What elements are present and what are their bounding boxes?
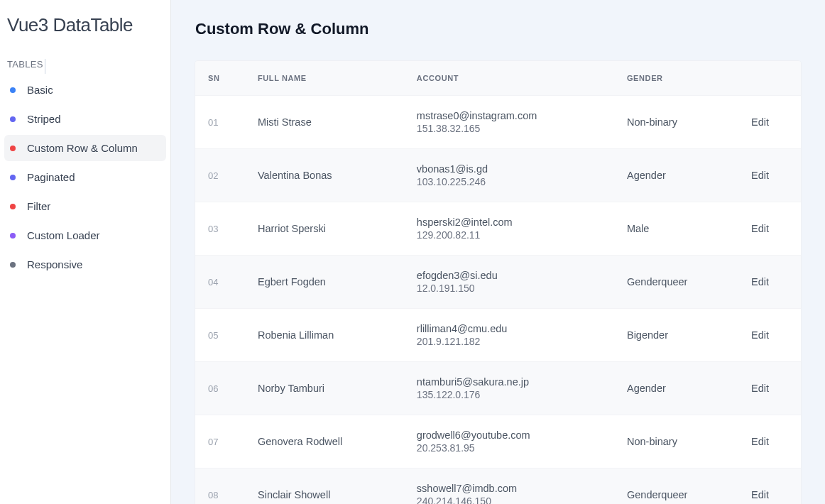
cell-account: hsperski2@intel.com129.200.82.11 bbox=[404, 202, 614, 256]
cell-gender: Agender bbox=[614, 149, 738, 202]
account-email: vbonas1@is.gd bbox=[417, 163, 601, 175]
account-email: ntamburi5@sakura.ne.jp bbox=[417, 376, 601, 388]
sidebar-item-label: Custom Row & Column bbox=[27, 142, 138, 154]
cell-sn: 04 bbox=[195, 256, 245, 309]
data-table: SNFULL NAMEACCOUNTGENDER 01Misti Strasem… bbox=[195, 61, 801, 504]
cell-account: efogden3@si.edu12.0.191.150 bbox=[404, 256, 614, 309]
sidebar-item-label: Paginated bbox=[27, 171, 75, 183]
sidebar-item-responsive[interactable]: Responsive bbox=[4, 251, 166, 278]
sidebar-item-label: Striped bbox=[27, 113, 61, 125]
table-header-row: SNFULL NAMEACCOUNTGENDER bbox=[195, 61, 801, 96]
cell-actions: Edit bbox=[738, 202, 801, 256]
cell-account: vbonas1@is.gd103.10.225.246 bbox=[404, 149, 614, 202]
sidebar-item-label: Basic bbox=[27, 84, 53, 96]
cell-sn: 05 bbox=[195, 309, 245, 362]
bullet-icon bbox=[10, 87, 16, 93]
table-row: 07Genovera Rodwellgrodwell6@youtube.com2… bbox=[195, 415, 801, 469]
table-row: 06Norby Tamburintamburi5@sakura.ne.jp135… bbox=[195, 362, 801, 415]
cell-full-name: Valentina Bonas bbox=[245, 149, 404, 202]
sidebar-item-custom-row-column[interactable]: Custom Row & Column bbox=[4, 135, 166, 161]
edit-button[interactable]: Edit bbox=[751, 329, 769, 341]
account-email: mstrase0@instagram.com bbox=[417, 110, 601, 121]
account-email: sshowell7@imdb.com bbox=[417, 483, 601, 494]
column-header: GENDER bbox=[614, 61, 738, 96]
cell-full-name: Robenia Lilliman bbox=[245, 309, 404, 362]
cell-account: grodwell6@youtube.com20.253.81.95 bbox=[404, 415, 614, 469]
cell-gender: Male bbox=[614, 202, 738, 256]
column-header: FULL NAME bbox=[245, 61, 404, 96]
page-title: Custom Row & Column bbox=[195, 20, 801, 38]
bullet-icon bbox=[10, 262, 16, 268]
cell-actions: Edit bbox=[738, 415, 801, 469]
cell-sn: 07 bbox=[195, 415, 245, 469]
sidebar-nav: BasicStripedCustom Row & ColumnPaginated… bbox=[4, 77, 166, 278]
account-email: hsperski2@intel.com bbox=[417, 217, 601, 228]
cell-gender: Non-binary bbox=[614, 415, 738, 469]
account-ip: 12.0.191.150 bbox=[417, 283, 601, 294]
column-header bbox=[738, 61, 801, 96]
edit-button[interactable]: Edit bbox=[751, 170, 769, 181]
cell-full-name: Genovera Rodwell bbox=[245, 415, 404, 469]
bullet-icon bbox=[10, 204, 16, 209]
cell-sn: 01 bbox=[195, 96, 245, 149]
bullet-icon bbox=[10, 175, 16, 180]
sidebar-item-basic[interactable]: Basic bbox=[4, 77, 166, 103]
account-ip: 135.122.0.176 bbox=[417, 389, 601, 400]
account-ip: 129.200.82.11 bbox=[417, 229, 601, 241]
edit-button[interactable]: Edit bbox=[751, 276, 769, 287]
account-ip: 20.253.81.95 bbox=[417, 442, 601, 454]
cell-account: mstrase0@instagram.com151.38.32.165 bbox=[404, 96, 614, 149]
sidebar-item-filter[interactable]: Filter bbox=[4, 193, 166, 219]
account-email: rlilliman4@cmu.edu bbox=[417, 323, 601, 334]
cell-full-name: Egbert Fogden bbox=[245, 256, 404, 309]
cell-account: rlilliman4@cmu.edu201.9.121.182 bbox=[404, 309, 614, 362]
cell-actions: Edit bbox=[738, 469, 801, 505]
cell-gender: Agender bbox=[614, 362, 738, 415]
table-row: 05Robenia Lillimanrlilliman4@cmu.edu201.… bbox=[195, 309, 801, 362]
bullet-icon bbox=[10, 116, 16, 122]
table-row: 08Sinclair Showellsshowell7@imdb.com240.… bbox=[195, 469, 801, 505]
edit-button[interactable]: Edit bbox=[751, 383, 769, 394]
account-email: grodwell6@youtube.com bbox=[417, 429, 601, 441]
cell-full-name: Harriot Sperski bbox=[245, 202, 404, 256]
cell-sn: 08 bbox=[195, 469, 245, 505]
sidebar-item-striped[interactable]: Striped bbox=[4, 106, 166, 132]
sidebar-section-label: TABLES bbox=[4, 59, 45, 74]
cell-account: sshowell7@imdb.com240.214.146.150 bbox=[404, 469, 614, 505]
cell-actions: Edit bbox=[738, 96, 801, 149]
account-ip: 151.38.32.165 bbox=[417, 123, 601, 134]
cell-actions: Edit bbox=[738, 309, 801, 362]
account-ip: 201.9.121.182 bbox=[417, 336, 601, 347]
cell-sn: 02 bbox=[195, 149, 245, 202]
table-body: 01Misti Strasemstrase0@instagram.com151.… bbox=[195, 96, 801, 505]
table-row: 01Misti Strasemstrase0@instagram.com151.… bbox=[195, 96, 801, 149]
bullet-icon bbox=[10, 146, 16, 151]
cell-full-name: Norby Tamburi bbox=[245, 362, 404, 415]
cell-gender: Non-binary bbox=[614, 96, 738, 149]
cell-account: ntamburi5@sakura.ne.jp135.122.0.176 bbox=[404, 362, 614, 415]
edit-button[interactable]: Edit bbox=[751, 116, 769, 128]
sidebar-item-custom-loader[interactable]: Custom Loader bbox=[4, 222, 166, 248]
account-ip: 240.214.146.150 bbox=[417, 495, 601, 504]
cell-actions: Edit bbox=[738, 149, 801, 202]
edit-button[interactable]: Edit bbox=[751, 436, 769, 447]
sidebar-item-label: Custom Loader bbox=[27, 229, 100, 241]
table-row: 03Harriot Sperskihsperski2@intel.com129.… bbox=[195, 202, 801, 256]
cell-full-name: Misti Strase bbox=[245, 96, 404, 149]
brand-title: Vue3 DataTable bbox=[4, 14, 166, 57]
column-header: SN bbox=[195, 61, 245, 96]
sidebar-item-paginated[interactable]: Paginated bbox=[4, 164, 166, 190]
table-row: 04Egbert Fogdenefogden3@si.edu12.0.191.1… bbox=[195, 256, 801, 309]
account-email: efogden3@si.edu bbox=[417, 270, 601, 281]
main-content: Custom Row & Column SNFULL NAMEACCOUNTGE… bbox=[170, 0, 825, 504]
cell-sn: 06 bbox=[195, 362, 245, 415]
table-row: 02Valentina Bonasvbonas1@is.gd103.10.225… bbox=[195, 149, 801, 202]
cell-gender: Genderqueer bbox=[614, 469, 738, 505]
cell-sn: 03 bbox=[195, 202, 245, 256]
sidebar: Vue3 DataTable TABLES BasicStripedCustom… bbox=[0, 0, 170, 504]
bullet-icon bbox=[10, 233, 16, 239]
cell-gender: Bigender bbox=[614, 309, 738, 362]
edit-button[interactable]: Edit bbox=[751, 489, 769, 500]
column-header: ACCOUNT bbox=[404, 61, 614, 96]
edit-button[interactable]: Edit bbox=[751, 223, 769, 234]
